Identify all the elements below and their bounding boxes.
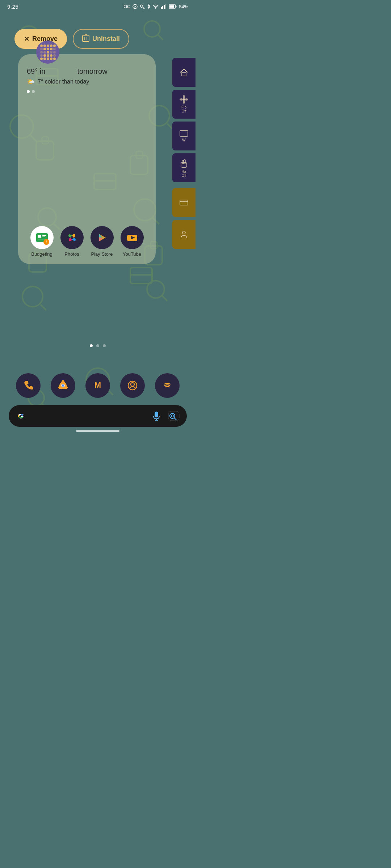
- phone-dock-icon[interactable]: [16, 373, 41, 398]
- gmail-dock-icon[interactable]: M: [85, 373, 110, 398]
- svg-text:M: M: [94, 380, 101, 390]
- right-panel: FloOff W HaOff: [172, 58, 196, 252]
- panel-flower-label: FloOff: [181, 105, 186, 113]
- panel-flower[interactable]: FloOff: [172, 90, 196, 119]
- context-menu: ✕ Remove Uninstall: [14, 29, 129, 49]
- svg-point-38: [140, 5, 143, 8]
- status-time: 9:25: [7, 4, 18, 10]
- playstore-label: Play Store: [91, 251, 113, 257]
- panel-hand-label: HaOff: [181, 170, 186, 178]
- svg-rect-91: [155, 412, 158, 417]
- widget-icon: [180, 130, 188, 137]
- budgeting-icon: !: [35, 230, 49, 245]
- flower-icon: [180, 95, 188, 104]
- dot-2: [32, 90, 35, 93]
- svg-line-3: [158, 35, 163, 40]
- svg-rect-44: [164, 5, 165, 9]
- svg-point-12: [22, 286, 43, 307]
- panel-home[interactable]: [172, 58, 196, 87]
- fitbit-app-icon[interactable]: [36, 41, 59, 64]
- svg-text:!: !: [46, 240, 47, 244]
- widget-app-row: ! Budgeting Photos: [27, 220, 147, 257]
- panel-hand[interactable]: HaOff: [172, 153, 196, 182]
- uninstall-button[interactable]: Uninstall: [73, 29, 129, 49]
- svg-rect-47: [176, 6, 176, 8]
- photos-icon-circle: [60, 226, 84, 249]
- svg-point-34: [124, 5, 127, 8]
- signal-icon: [161, 4, 167, 9]
- mic-button[interactable]: [150, 409, 163, 422]
- svg-point-70: [183, 95, 185, 99]
- svg-point-14: [147, 281, 164, 298]
- svg-rect-78: [180, 200, 188, 205]
- svg-rect-76: [182, 160, 184, 164]
- svg-point-89: [162, 380, 172, 391]
- beeper-dock-icon[interactable]: [120, 373, 145, 398]
- svg-rect-43: [162, 6, 163, 9]
- playstore-app[interactable]: Play Store: [91, 226, 114, 257]
- panel-widget[interactable]: W: [172, 122, 196, 150]
- svg-rect-48: [169, 5, 174, 8]
- playstore-icon: [96, 231, 109, 244]
- panel-gold-2[interactable]: [172, 220, 196, 249]
- panel-widget-label: W: [182, 138, 185, 142]
- lens-button[interactable]: [167, 409, 180, 422]
- chrome-icon: [56, 379, 70, 392]
- weather-sub-text: 7° colder than today: [38, 78, 89, 85]
- svg-rect-77: [184, 159, 185, 164]
- page-dot-1: [90, 344, 93, 347]
- home-indicator: [76, 430, 119, 432]
- page-dot-2: [96, 344, 99, 347]
- tag-icon: [180, 230, 188, 239]
- status-bar: 9:25: [0, 0, 196, 13]
- svg-rect-56: [42, 235, 46, 236]
- dot-1: [27, 90, 30, 93]
- uninstall-label: Uninstall: [92, 35, 120, 43]
- page-indicators: [90, 344, 106, 347]
- youtube-app[interactable]: YouTube: [121, 226, 144, 257]
- battery-icon: [169, 4, 177, 9]
- dot-indicators: [27, 90, 147, 93]
- chrome-dock-icon[interactable]: [51, 373, 75, 398]
- remove-x-icon: ✕: [24, 35, 29, 43]
- playstore-icon-circle: [91, 226, 114, 249]
- weather-info: 69° in tomorrow 🌤️ 7° colder than today: [27, 67, 147, 93]
- lens-icon: [168, 411, 180, 421]
- svg-rect-57: [42, 237, 45, 237]
- photos-icon: [66, 231, 79, 244]
- photos-label: Photos: [64, 251, 79, 257]
- budgeting-icon-circle: !: [30, 226, 54, 249]
- photos-app[interactable]: Photos: [60, 226, 84, 257]
- svg-point-35: [127, 5, 130, 8]
- home-icon: [179, 67, 189, 77]
- spotify-icon: [161, 379, 174, 392]
- panel-gold-1[interactable]: [172, 188, 196, 217]
- page-dot-3: [103, 344, 106, 347]
- spotify-dock-icon[interactable]: [155, 373, 180, 398]
- svg-rect-28: [130, 268, 152, 284]
- svg-point-73: [180, 98, 183, 101]
- svg-point-80: [182, 231, 185, 234]
- svg-rect-42: [161, 7, 162, 9]
- fitbit-dots-pattern: [40, 44, 56, 60]
- search-bar[interactable]: [9, 405, 187, 427]
- svg-point-2: [144, 21, 160, 37]
- svg-point-71: [185, 98, 188, 101]
- gmail-icon: M: [91, 379, 104, 392]
- mic-icon: [152, 411, 161, 421]
- bluetooth-icon: [147, 4, 151, 9]
- widget-card: 69° in tomorrow 🌤️ 7° colder than today: [18, 54, 156, 264]
- svg-point-72: [183, 100, 185, 104]
- svg-rect-49: [83, 36, 89, 42]
- tomorrow-text: tomorrow: [77, 67, 107, 76]
- weather-sub-line: 🌤️ 7° colder than today: [27, 78, 147, 86]
- svg-point-85: [62, 384, 64, 387]
- youtube-label: YouTube: [123, 251, 141, 257]
- budgeting-app[interactable]: ! Budgeting: [30, 226, 54, 257]
- key-icon: [140, 4, 145, 9]
- svg-rect-55: [38, 235, 41, 238]
- status-icons: 84%: [124, 4, 188, 9]
- svg-point-88: [131, 383, 134, 386]
- youtube-icon: [126, 231, 139, 244]
- task-icon: [133, 4, 138, 9]
